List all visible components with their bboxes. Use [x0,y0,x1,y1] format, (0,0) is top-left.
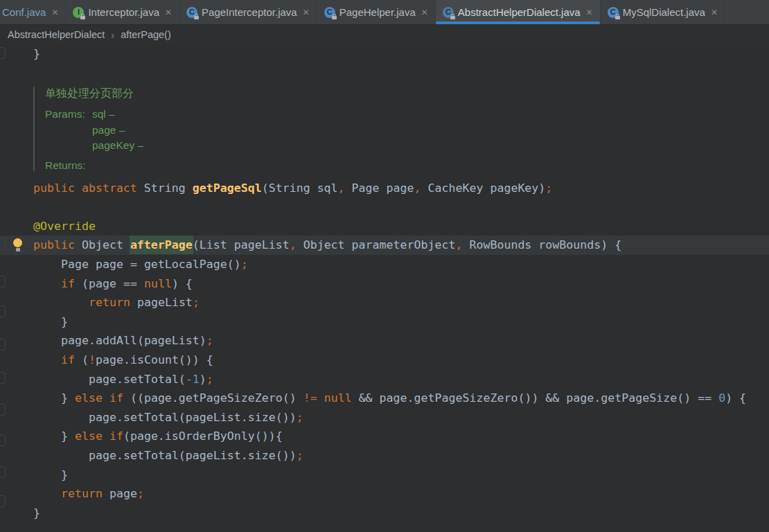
code-line[interactable]: public abstract String getPageSql(String… [0,179,769,198]
class-icon: C [186,7,197,18]
editor-tab-Interceptor.java[interactable]: IInterceptor.java✕ [66,0,179,24]
code-token: page.isCount()) { [96,353,213,366]
abstract-class-icon: C [443,7,454,18]
code-line[interactable]: page.setTotal(pageList.size()); [0,446,769,466]
code-token: return [61,487,109,500]
code-token: (page.isOrderByOnly()){ [123,429,283,443]
code-token: ((page.getPageSizeZero() [130,391,303,405]
code-token: return [89,296,137,309]
code-line[interactable]: page.addAll(pageList); [0,331,769,351]
code-token: null [144,277,172,290]
code-token: Page page = getLocalPage() [61,258,241,271]
code-line[interactable]: } [0,504,769,523]
code-token: , [290,238,297,251]
code-token: } [61,391,75,405]
code-token: page.addAll(pageList) [61,334,206,347]
code-token: page.setTotal( [89,373,186,386]
close-tab-icon[interactable]: ✕ [586,8,593,17]
code-token: } [61,468,68,481]
code-token: 0 [718,391,725,405]
code-token: String [144,181,193,195]
code-token: if [61,353,82,366]
code-line[interactable]: return page; [0,484,769,504]
close-tab-icon[interactable]: ✕ [51,8,58,17]
code-token: else if [75,429,123,443]
code-token: , [414,181,421,195]
tab-label: PageHelper.java [339,6,416,18]
code-line[interactable]: public Object afterPage(List pageList, O… [0,236,769,255]
code-line[interactable]: } else if ((page.getPageSizeZero() != nu… [0,389,769,408]
code-token: (String sql [262,181,338,195]
code-line[interactable] [0,197,769,217]
active-tab-underline [436,21,600,24]
doc-params: Params:sql –page –pageKey – [45,107,769,154]
code-token: public abstract [33,181,144,195]
code-line[interactable]: return pageList; [0,293,769,312]
code-token: ) [200,373,206,386]
code-line[interactable]: } [0,44,769,64]
code-line[interactable] [0,64,769,83]
code-editor[interactable]: }单独处理分页部分Params:sql –page –pageKey –Retu… [0,44,769,532]
breadcrumb-separator-icon: › [111,29,114,41]
code-token: page.setTotal(pageList.size()) [89,449,297,462]
editor-tab-PageInterceptor.java[interactable]: CPageInterceptor.java✕ [179,0,317,24]
gutter-icon [0,47,6,59]
code-line[interactable]: } [0,466,769,485]
editor-tab-AbstractHelperDialect.java[interactable]: CAbstractHelperDialect.java✕ [436,0,601,24]
intention-bulb-icon[interactable] [12,238,24,251]
doc-params-label: Params: [45,107,92,154]
code-token: CacheKey pageKey) [421,181,546,195]
doc-summary: 单独处理分页部分 [45,87,769,100]
lock-icon [332,14,337,19]
breadcrumb-class[interactable]: AbstractHelperDialect [8,29,105,40]
tab-label: PageInterceptor.java [202,6,297,18]
code-line[interactable]: page.setTotal(-1); [0,370,769,389]
gutter-icon [0,339,6,351]
code-line[interactable]: @Override [0,217,769,236]
code-token: && page.getPageSizeZero()) && page.getPa… [352,391,719,405]
code-token: ; [297,411,303,424]
code-token: getPageSql [193,181,262,195]
code-token: afterPage [130,236,193,254]
code-token: pageList [137,296,193,309]
code-line[interactable]: if (!page.isCount()) { [0,351,769,370]
code-token: ; [137,487,144,500]
close-tab-icon[interactable]: ✕ [165,8,172,17]
code-line[interactable]: if (page == null) { [0,274,769,294]
rendered-doc-comment[interactable]: 单独处理分页部分Params:sql –page –pageKey –Retur… [0,85,769,172]
gutter-icon [0,434,6,446]
breadcrumb-member[interactable]: afterPage() [121,29,171,40]
doc-param: page – [92,123,143,139]
code-token: ; [193,296,200,309]
code-line[interactable]: } [0,312,769,332]
doc-params-list: sql –page –pageKey – [92,107,143,154]
tab-label: Conf.java [2,6,46,18]
gutter-icon [0,276,6,287]
code-token: ! [89,353,96,366]
editor-tab-PageHelper.java[interactable]: CPageHelper.java✕ [317,0,436,24]
code-line[interactable]: page.setTotal(pageList.size()); [0,408,769,427]
code-token: ; [241,258,248,271]
code-token: -1 [186,373,200,386]
code-line[interactable]: Page page = getLocalPage(); [0,255,769,274]
code-token: if [61,277,82,290]
close-tab-icon[interactable]: ✕ [421,8,428,17]
code-token: ; [206,334,213,347]
code-token: , [338,181,345,195]
editor-tab-bar: Conf.java✕IInterceptor.java✕CPageInterce… [0,0,769,25]
interface-icon: I [73,7,84,18]
breadcrumb: AbstractHelperDialect › afterPage() [0,25,769,44]
code-token: != [303,391,324,405]
close-tab-icon[interactable]: ✕ [711,8,718,17]
close-tab-icon[interactable]: ✕ [303,8,310,17]
doc-returns-label: Returns: [45,158,769,172]
code-token: } [33,47,40,60]
lock-icon [450,14,455,19]
code-token: , [455,238,462,251]
code-token: Page page [345,181,414,195]
code-token: ; [206,373,213,386]
editor-tab-MySqlDialect.java[interactable]: CMySqlDialect.java✕ [601,0,725,24]
code-token: null [324,391,352,405]
editor-tab-Conf.java[interactable]: Conf.java✕ [0,0,66,24]
code-line[interactable]: } else if(page.isOrderByOnly()){ [0,427,769,446]
